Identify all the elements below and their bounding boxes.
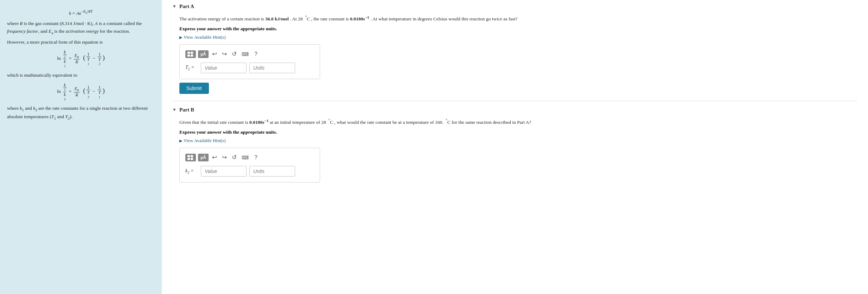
part-a-undo-button[interactable]: ↩ [211, 50, 218, 58]
svg-rect-1 [191, 52, 193, 54]
part-a-submit-button[interactable]: Submit [179, 83, 209, 94]
svg-rect-4 [187, 155, 190, 157]
part-a-input-label: T2 = [185, 65, 198, 71]
part-b-collapse-arrow[interactable]: ▼ [172, 107, 177, 113]
left-para1: where R is the gas constant (8.314 J/mol… [7, 20, 155, 36]
right-panel: ▼ Part A The activation energy of a cert… [162, 0, 868, 294]
part-a-hint-link[interactable]: ▶ View Available Hint(s) [172, 34, 857, 40]
part-b-keyboard-button[interactable]: ⌨ [240, 154, 250, 161]
part-a-hint-label: View Available Hint(s) [184, 34, 226, 40]
part-b-express: Express your answer with the appropriate… [172, 129, 857, 135]
part-b-input-row: k2 = [185, 166, 314, 177]
part-b-toolbar: μÅ ↩ ↪ ↺ ⌨ ? [185, 153, 314, 162]
part-a-units-input[interactable] [249, 63, 295, 73]
svg-rect-7 [191, 158, 193, 160]
svg-rect-2 [187, 55, 190, 57]
part-a-redo-button[interactable]: ↪ [221, 50, 228, 58]
svg-rect-3 [191, 55, 193, 57]
part-b-input-label: k2 = [185, 168, 198, 174]
part-a-mu-button[interactable]: μÅ [198, 50, 209, 58]
part-a-value-input[interactable] [201, 63, 247, 73]
svg-rect-5 [191, 155, 193, 157]
left-para4: where k1 and k2 are the rate constants f… [7, 104, 155, 121]
part-b-section: ▼ Part B Given that the initial rate con… [172, 107, 857, 183]
left-para3: which is mathmatically equivalent to [7, 71, 155, 79]
part-b-answer-box: μÅ ↩ ↪ ↺ ⌨ ? k2 = [179, 148, 320, 183]
part-a-toolbar: μÅ ↩ ↪ ↺ ⌨ ? [185, 50, 314, 58]
part-b-header: ▼ Part B [172, 107, 857, 113]
part-b-problem: Given that the initial rate constant is … [172, 117, 857, 126]
part-a-input-row: T2 = [185, 63, 314, 73]
part-a-submit-area: Submit [172, 79, 857, 94]
part-a-express: Express your answer with the appropriate… [172, 26, 857, 32]
part-divider [172, 101, 857, 101]
part-a-reset-button[interactable]: ↺ [230, 50, 238, 58]
equation2: ln k2 k1 = Ea R ( 1 T1 − 1 T2 ) [7, 50, 155, 68]
part-a-title: Part A [179, 4, 194, 9]
part-a-section: ▼ Part A The activation energy of a cert… [172, 4, 857, 94]
svg-rect-6 [187, 158, 190, 160]
main-equation: k = Ae−Ea/RT [7, 8, 155, 17]
part-b-redo-button[interactable]: ↪ [221, 153, 228, 162]
part-a-keyboard-button[interactable]: ⌨ [240, 51, 250, 58]
left-panel: k = Ae−Ea/RT where R is the gas constant… [0, 0, 162, 294]
part-b-reset-button[interactable]: ↺ [230, 153, 238, 162]
left-para2: However, a more practical form of this e… [7, 38, 155, 46]
part-b-title: Part B [179, 107, 194, 113]
part-b-hint-label: View Available Hint(s) [184, 138, 226, 143]
equation3: ln k1 k2 = Ea R ( 1 T2 − 1 T1 ) [7, 83, 155, 101]
part-a-collapse-arrow[interactable]: ▼ [172, 4, 177, 9]
part-a-problem: The activation energy of a certain react… [172, 14, 857, 23]
part-b-help-button[interactable]: ? [253, 154, 259, 161]
part-b-undo-button[interactable]: ↩ [211, 153, 218, 162]
part-a-grid-button[interactable] [185, 50, 196, 58]
part-b-grid-button[interactable] [185, 154, 196, 161]
svg-rect-0 [187, 52, 190, 54]
part-b-mu-button[interactable]: μÅ [198, 154, 209, 161]
part-a-header: ▼ Part A [172, 4, 857, 9]
part-b-hint-link[interactable]: ▶ View Available Hint(s) [172, 138, 857, 143]
part-b-value-input[interactable] [201, 166, 247, 177]
part-a-help-button[interactable]: ? [253, 50, 259, 58]
part-b-units-input[interactable] [249, 166, 295, 177]
part-b-hint-arrow: ▶ [179, 139, 182, 143]
part-a-hint-arrow: ▶ [179, 35, 182, 40]
part-a-answer-box: μÅ ↩ ↪ ↺ ⌨ ? T2 = [179, 44, 320, 79]
